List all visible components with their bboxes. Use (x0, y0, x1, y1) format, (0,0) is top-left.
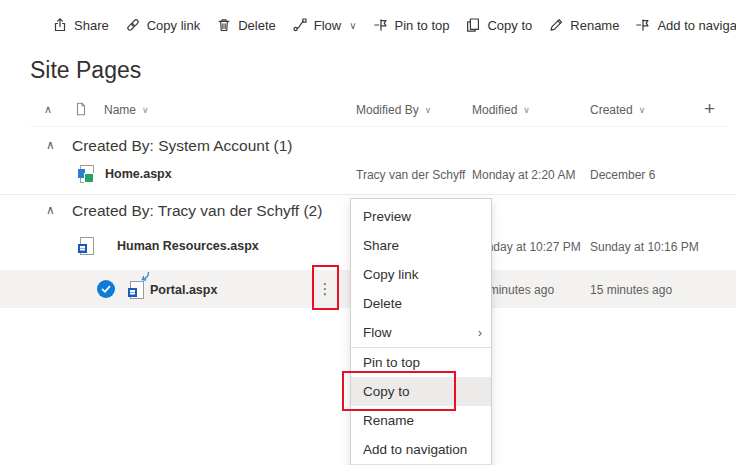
add-to-navigation-button[interactable]: Add to navigation (627, 10, 736, 40)
share-button[interactable]: Share (44, 10, 117, 40)
row-more-actions-button[interactable]: ⋮ (314, 279, 336, 299)
name-sort-chevron-icon: ∨ (142, 105, 149, 115)
collapse-all-button[interactable]: ∧ (44, 103, 52, 116)
copy-link-icon (125, 17, 141, 33)
flow-icon (292, 17, 308, 33)
flow-button[interactable]: Flow ∨ (284, 10, 365, 40)
created-sort-chevron-icon: ∨ (639, 105, 646, 115)
modified-column-header[interactable]: Modified ∨ (472, 103, 530, 117)
modified-column-label: Modified (472, 103, 517, 117)
command-bar: Share Copy link Delete Flow ∨ Pin to top (44, 10, 736, 40)
modified-by-column-label: Modified By (356, 103, 419, 117)
page-file-icon (78, 165, 93, 182)
name-column-header[interactable]: Name ∨ (104, 103, 149, 117)
context-menu: Preview Share Copy link Delete Flow › Pi… (350, 198, 492, 465)
copy-to-icon (465, 17, 481, 33)
add-to-navigation-label: Add to navigation (657, 18, 736, 33)
delete-label: Delete (238, 18, 276, 33)
pin-to-top-label: Pin to top (395, 18, 450, 33)
submenu-chevron-icon: › (478, 318, 482, 347)
created-column-label: Created (590, 103, 633, 117)
copy-link-button[interactable]: Copy link (117, 10, 208, 40)
check-icon (100, 283, 112, 295)
page-file-icon (78, 237, 93, 254)
file-type-column-header[interactable] (74, 101, 88, 117)
menu-item-rename[interactable]: Rename (351, 406, 491, 435)
pin-icon (373, 17, 389, 33)
group-label[interactable]: Created By: Tracy van der Schyff (2) (72, 202, 322, 220)
menu-item-flow-label: Flow (363, 325, 392, 340)
flow-label: Flow (314, 18, 341, 33)
shortcut-arrow-icon (137, 271, 151, 283)
copy-link-label: Copy link (147, 18, 200, 33)
add-column-button[interactable]: + (704, 98, 715, 120)
menu-item-share[interactable]: Share (351, 231, 491, 260)
page-file-icon (128, 281, 143, 298)
group-collapse-caret-icon[interactable]: ∧ (46, 203, 55, 217)
flow-chevron-down-icon: ∨ (349, 20, 356, 31)
page-title: Site Pages (30, 57, 141, 84)
modified-sort-chevron-icon: ∨ (523, 105, 530, 115)
group-header-system-account: ∧ Created By: System Account (1) (0, 133, 736, 159)
delete-icon (216, 17, 232, 33)
copy-to-label: Copy to (487, 18, 532, 33)
created-cell: December 6 (590, 168, 655, 182)
document-icon (74, 101, 88, 117)
pin-to-top-button[interactable]: Pin to top (365, 10, 458, 40)
menu-item-pin-to-top[interactable]: Pin to top (351, 348, 491, 377)
delete-button[interactable]: Delete (208, 10, 284, 40)
group-divider (0, 194, 736, 195)
share-label: Share (74, 18, 109, 33)
created-cell: Sunday at 10:16 PM (590, 240, 699, 254)
modified-by-sort-chevron-icon: ∨ (425, 105, 432, 115)
table-row-home[interactable]: Home.aspx Tracy van der Schyff Monday at… (0, 158, 736, 190)
group-collapse-caret-icon[interactable]: ∧ (46, 138, 55, 152)
file-name-link[interactable]: Portal.aspx (150, 283, 217, 297)
menu-item-copy-link[interactable]: Copy link (351, 260, 491, 289)
created-column-header[interactable]: Created ∨ (590, 103, 645, 117)
menu-item-flow[interactable]: Flow › (351, 318, 491, 347)
menu-item-copy-to[interactable]: Copy to (351, 377, 491, 406)
file-name-link[interactable]: Home.aspx (105, 167, 172, 181)
group-label[interactable]: Created By: System Account (1) (72, 137, 293, 155)
modified-by-cell: Tracy van der Schyff (356, 168, 465, 182)
modified-by-column-header[interactable]: Modified By ∨ (356, 103, 431, 117)
share-icon (52, 17, 68, 33)
add-to-navigation-icon (635, 17, 651, 33)
copy-to-button[interactable]: Copy to (457, 10, 540, 40)
modified-cell: Monday at 2:20 AM (472, 168, 575, 182)
menu-item-delete[interactable]: Delete (351, 289, 491, 318)
rename-button[interactable]: Rename (540, 10, 627, 40)
created-cell: 15 minutes ago (590, 283, 672, 297)
menu-item-preview[interactable]: Preview (351, 202, 491, 231)
header-divider (30, 126, 728, 127)
row-selected-checkmark[interactable] (97, 280, 115, 298)
rename-icon (548, 17, 564, 33)
name-column-label: Name (104, 103, 136, 117)
rename-label: Rename (570, 18, 619, 33)
collapse-all-caret-icon: ∧ (44, 103, 52, 116)
column-header-row: ∧ Name ∨ Modified By ∨ Modified ∨ Create… (0, 100, 736, 124)
file-name-link[interactable]: Human Resources.aspx (117, 239, 259, 253)
menu-item-add-to-navigation[interactable]: Add to navigation (351, 435, 491, 464)
